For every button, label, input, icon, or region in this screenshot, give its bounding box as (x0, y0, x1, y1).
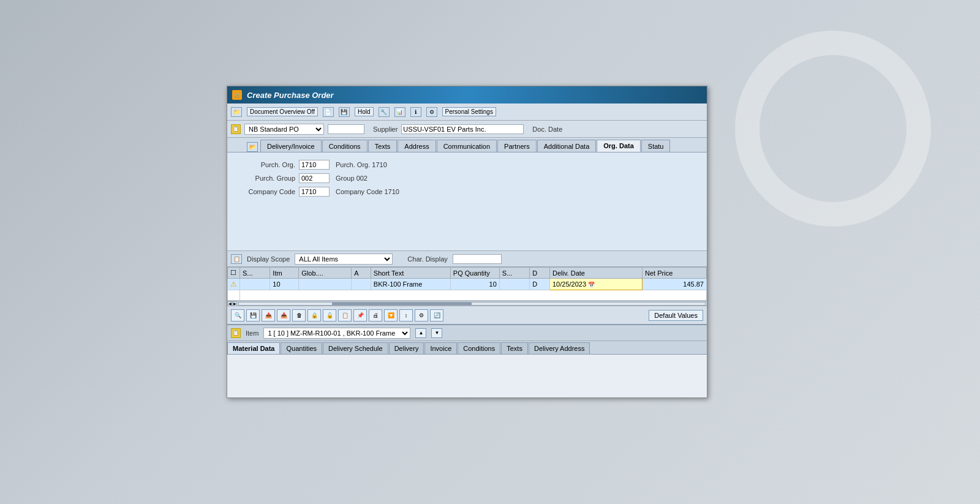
col-header-a: A (352, 268, 371, 279)
tab-communication[interactable]: Communication (437, 140, 497, 152)
purch-group-label: Purch. Group (237, 175, 295, 182)
warning-icon: ⚠ (230, 280, 237, 288)
new-doc-icon[interactable]: 📄 (323, 107, 334, 117)
empty-checkbox (228, 290, 240, 301)
folder-icon[interactable]: 📁 (231, 107, 242, 117)
doc-date-label: Doc. Date (532, 126, 562, 133)
scroll-right-btn[interactable]: ▶ (232, 301, 237, 306)
delete-btn[interactable]: 🗑 (292, 309, 306, 322)
paste-btn[interactable]: 📌 (353, 309, 367, 322)
po-type-select[interactable]: NB Standard PO (244, 124, 324, 135)
row-short-text: BKR-100 Frame (371, 279, 450, 290)
date-picker-icon[interactable]: 📅 (588, 282, 595, 288)
item-label: Item (246, 329, 258, 337)
personal-settings-button[interactable]: Personal Settings (442, 107, 496, 116)
item-detail-header: 📋 Item 1 [ 10 ] MZ-RM-R100-01 , BKR-100 … (227, 325, 707, 341)
search-btn[interactable]: 🔍 (231, 309, 244, 322)
tab-texts[interactable]: Texts (368, 140, 398, 152)
scroll-left-btn[interactable]: ◀ (227, 301, 232, 306)
export-btn[interactable]: 📤 (262, 309, 275, 322)
h-scrollbar[interactable]: ◀ ▶ (227, 301, 707, 306)
select-all-icon[interactable]: ☐ (230, 269, 236, 276)
row-checkbox[interactable]: ⚠ (228, 279, 240, 290)
row-pq-qty: 10 (450, 279, 499, 290)
org-data-content: Purch. Org. Purch. Org. 1710 Purch. Grou… (227, 152, 707, 250)
col-header-deliv-date: Deliv. Date (549, 268, 642, 279)
row-glob (299, 279, 352, 290)
po-number-input[interactable] (328, 124, 364, 134)
header-tabs-row: 📂 Delivery/Invoice Conditions Texts Addr… (227, 138, 707, 152)
supplier-label: Supplier (373, 126, 398, 133)
header-row: 📋 NB Standard PO Supplier Doc. Date (227, 121, 707, 138)
save-btn[interactable]: 💾 (246, 309, 260, 322)
background-circle-decoration (735, 31, 931, 227)
scrollbar-thumb (332, 303, 472, 305)
items-icon: 📋 (231, 254, 242, 264)
detail-tab-material-data[interactable]: Material Data (227, 342, 280, 354)
detail-tab-delivery-schedule[interactable]: Delivery Schedule (323, 342, 388, 354)
purch-group-input[interactable] (299, 173, 330, 183)
purch-org-input[interactable] (299, 160, 330, 170)
nav-up-btn[interactable]: ▲ (415, 328, 426, 338)
hold-button[interactable]: Hold (355, 107, 374, 116)
tab-address[interactable]: Address (398, 140, 435, 152)
detail-tab-quantities[interactable]: Quantities (281, 342, 322, 354)
scrollbar-track[interactable] (238, 302, 706, 306)
toolbar-icon-3[interactable]: ℹ (410, 107, 421, 117)
tab-conditions[interactable]: Conditions (322, 140, 368, 152)
col-header-short-text: Short Text (371, 268, 450, 279)
toolbar-icon-2[interactable]: 📊 (394, 107, 405, 117)
window-title: Create Purchase Order (247, 91, 334, 100)
nav-down-btn[interactable]: ▼ (431, 328, 442, 338)
copy-btn[interactable]: 📋 (338, 309, 352, 322)
purch-org-text: Purch. Org. 1710 (336, 161, 387, 168)
supplier-input[interactable] (401, 124, 524, 134)
import-btn[interactable]: 📥 (277, 309, 290, 322)
toolbar-icon-1[interactable]: 🔧 (379, 107, 390, 117)
item-detail-section: 📋 Item 1 [ 10 ] MZ-RM-R100-01 , BKR-100 … (227, 324, 707, 355)
doc-overview-button[interactable]: Document Overview Off (247, 107, 318, 116)
sap-window: 🛒 Create Purchase Order 📁 Document Overv… (227, 86, 707, 398)
detail-tab-conditions[interactable]: Conditions (458, 342, 500, 354)
refresh-btn[interactable]: 🔄 (430, 309, 443, 322)
company-code-input[interactable] (299, 187, 330, 197)
display-scope-select[interactable]: ALL All Items (295, 254, 393, 265)
detail-folder-icon: 📋 (231, 328, 241, 338)
display-scope-label: Display Scope (247, 255, 290, 263)
unlock-btn[interactable]: 🔓 (323, 309, 336, 322)
toolbar-icon-4[interactable]: ⚙ (426, 107, 437, 117)
items-table: ☐ S... Itm Glob.... A Short Text PQ Quan… (227, 267, 707, 301)
purch-group-text: Group 002 (336, 175, 368, 182)
tab-status[interactable]: Statu (641, 140, 671, 152)
table-row-empty (228, 290, 707, 301)
filter-btn[interactable]: 🔽 (384, 309, 398, 322)
detail-tab-delivery-address[interactable]: Delivery Address (529, 342, 590, 354)
col-header-d: D (530, 268, 550, 279)
save-doc-icon[interactable]: 💾 (339, 107, 350, 117)
item-select[interactable]: 1 [ 10 ] MZ-RM-R100-01 , BKR-100 Frame (263, 328, 410, 339)
tab-partners[interactable]: Partners (497, 140, 537, 152)
config-btn[interactable]: ⚙ (415, 309, 428, 322)
title-bar: 🛒 Create Purchase Order (227, 86, 707, 103)
char-display-input[interactable] (453, 254, 502, 264)
lock-btn[interactable]: 🔒 (307, 309, 321, 322)
items-header: 📋 Display Scope ALL All Items Char. Disp… (227, 251, 707, 267)
header-folder-icon: 📋 (231, 124, 241, 134)
col-header-s: S... (240, 268, 270, 279)
title-bar-icon: 🛒 (232, 90, 242, 100)
purch-group-row: Purch. Group Group 002 (237, 173, 697, 183)
tab-delivery-invoice[interactable]: Delivery/Invoice (260, 140, 322, 152)
items-table-area: ☐ S... Itm Glob.... A Short Text PQ Quan… (227, 267, 707, 306)
default-values-button[interactable]: Default Values (649, 310, 703, 321)
detail-tab-texts[interactable]: Texts (501, 342, 528, 354)
row-s (240, 279, 270, 290)
print-btn[interactable]: 🖨 (369, 309, 382, 322)
items-toolbar: 🔍 💾 📤 📥 🗑 🔒 🔓 📋 📌 🖨 🔽 ↕ ⚙ 🔄 Default Valu… (227, 306, 707, 324)
table-row[interactable]: ⚠ 10 BKR-100 Frame 10 D 10/25/2023 📅 (228, 279, 707, 290)
sort-btn[interactable]: ↕ (399, 309, 413, 322)
detail-tab-invoice[interactable]: Invoice (424, 342, 457, 354)
tab-org-data[interactable]: Org. Data (597, 140, 641, 152)
tab-additional-data[interactable]: Additional Data (537, 140, 597, 152)
detail-tab-delivery[interactable]: Delivery (389, 342, 424, 354)
row-deliv-date[interactable]: 10/25/2023 📅 (549, 279, 642, 290)
